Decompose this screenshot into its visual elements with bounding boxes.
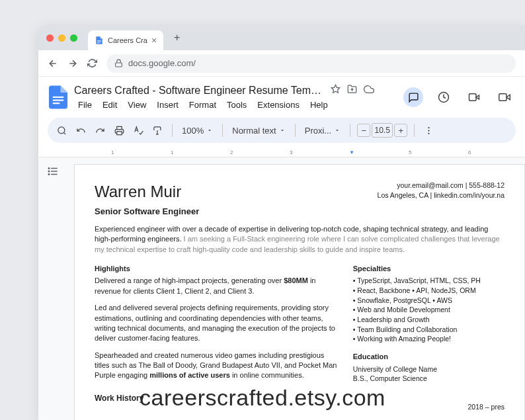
highlight-2: Led and delivered several projects defin… xyxy=(95,303,337,344)
svg-point-15 xyxy=(428,132,430,134)
svg-rect-1 xyxy=(97,42,101,42)
specialty-item: • Working with Amazing People! xyxy=(353,334,505,344)
svg-rect-3 xyxy=(116,63,122,67)
svg-rect-4 xyxy=(53,97,63,98)
menu-edit[interactable]: Edit xyxy=(99,99,121,111)
lock-icon xyxy=(114,59,123,67)
cloud-status-icon[interactable] xyxy=(364,84,374,97)
spellcheck-button[interactable] xyxy=(131,123,146,138)
education-heading: Education xyxy=(353,352,505,362)
svg-point-19 xyxy=(48,168,50,169)
outline-toggle-icon[interactable] xyxy=(47,168,59,179)
forward-button[interactable] xyxy=(67,58,78,69)
star-icon[interactable] xyxy=(331,84,341,97)
maximize-window-button[interactable] xyxy=(70,34,77,42)
menu-view[interactable]: View xyxy=(124,99,150,111)
menu-tools[interactable]: Tools xyxy=(223,99,251,111)
svg-point-11 xyxy=(58,126,65,133)
url-text: docs.google.com/ xyxy=(128,58,196,68)
menu-help[interactable]: Help xyxy=(306,99,332,111)
resume-summary: Experienced engineer with over a decade … xyxy=(95,224,505,255)
minimize-window-button[interactable] xyxy=(58,34,65,42)
highlights-heading: Highlights xyxy=(95,264,337,274)
work-date: 2018 – pres xyxy=(353,402,505,412)
svg-rect-12 xyxy=(117,131,122,134)
new-tab-button[interactable]: + xyxy=(169,32,185,44)
specialty-item: • Web and Mobile Development xyxy=(353,305,505,315)
reload-button[interactable] xyxy=(87,58,97,68)
tab-bar: Careers Cra × + xyxy=(38,25,525,50)
menu-format[interactable]: Format xyxy=(185,99,220,111)
svg-rect-6 xyxy=(53,103,60,104)
svg-point-21 xyxy=(48,174,50,175)
svg-point-20 xyxy=(48,171,50,172)
address-bar[interactable]: docs.google.com/ xyxy=(106,54,516,73)
highlight-3: Spearheaded and created numerous video g… xyxy=(95,351,337,381)
font-size-group: − 10.5 + xyxy=(357,123,407,138)
resume-name: Warren Muir xyxy=(95,181,181,203)
comment-history-button[interactable] xyxy=(403,87,423,107)
url-bar-row: docs.google.com/ xyxy=(38,50,525,77)
horizontal-ruler[interactable]: 1 1 2 3 ▼ 5 6 xyxy=(38,148,525,157)
specialty-item: • Leadership and Growth xyxy=(353,315,505,325)
edu-degree: B.S., Computer Science xyxy=(353,374,505,384)
menu-insert[interactable]: Insert xyxy=(153,99,182,111)
paint-format-button[interactable] xyxy=(150,123,165,138)
document-page[interactable]: Warren Muir your.email@mail.com | 555-88… xyxy=(74,164,525,420)
back-button[interactable] xyxy=(48,58,58,69)
close-window-button[interactable] xyxy=(46,34,54,42)
svg-rect-2 xyxy=(97,43,100,44)
browser-tab[interactable]: Careers Cra × xyxy=(88,30,163,50)
menu-bar: File Edit View Insert Format Tools Exten… xyxy=(74,99,397,111)
specialty-item: • Team Building and Collaboration xyxy=(353,325,505,335)
browser-window: Careers Cra × + docs.google.com/ Careers… xyxy=(38,25,525,420)
specialty-item: • Snowflake, PostgreSQL • AWS xyxy=(353,296,505,306)
svg-rect-10 xyxy=(499,94,506,101)
specialties-heading: Specialties xyxy=(353,264,505,274)
move-icon[interactable] xyxy=(347,84,357,97)
menu-extensions[interactable]: Extensions xyxy=(253,99,303,111)
meet-button[interactable] xyxy=(464,87,484,107)
history-button[interactable] xyxy=(434,87,454,107)
header-actions xyxy=(403,87,514,107)
edu-school: University of College Name xyxy=(353,364,505,374)
highlight-1: Delivered a range of high-impact project… xyxy=(95,276,337,296)
zoom-dropdown[interactable]: 100% xyxy=(179,126,216,136)
window-controls xyxy=(46,34,77,42)
redo-button[interactable] xyxy=(93,123,108,138)
docs-favicon-icon xyxy=(95,36,104,45)
tab-title: Careers Cra xyxy=(108,36,147,44)
google-docs-logo-icon[interactable] xyxy=(49,85,67,109)
search-menus-button[interactable] xyxy=(54,123,69,138)
font-size-input[interactable]: 10.5 xyxy=(372,123,393,138)
svg-point-13 xyxy=(428,127,430,128)
toolbar: 100% Normal text Proxi... − 10.5 + xyxy=(48,118,516,143)
outline-sidebar xyxy=(38,157,67,420)
svg-point-14 xyxy=(428,130,430,131)
svg-rect-5 xyxy=(53,100,63,101)
svg-rect-9 xyxy=(469,94,477,101)
font-dropdown[interactable]: Proxi... xyxy=(302,126,343,136)
document-title[interactable]: Careers Crafted - Software Engineer Resu… xyxy=(74,85,325,97)
specialty-item: • TypeScript, JavaScript, HTML, CSS, PH xyxy=(353,276,505,286)
svg-marker-7 xyxy=(331,85,340,93)
undo-button[interactable] xyxy=(73,123,89,138)
specialty-item: • React, Backbone • API, NodeJS, ORM xyxy=(353,286,505,296)
paragraph-style-dropdown[interactable]: Normal text xyxy=(229,126,288,136)
docs-header: Careers Crafted - Software Engineer Resu… xyxy=(38,77,525,118)
svg-rect-0 xyxy=(97,40,101,41)
print-button[interactable] xyxy=(112,123,127,138)
decrease-font-button[interactable]: − xyxy=(357,124,370,137)
contact-info: your.email@mail.com | 555-888-12 Los Ang… xyxy=(378,181,505,200)
close-tab-icon[interactable]: × xyxy=(151,35,157,46)
increase-font-button[interactable]: + xyxy=(394,124,407,137)
more-tools-button[interactable] xyxy=(421,123,436,138)
menu-file[interactable]: File xyxy=(74,99,96,111)
work-history-heading: Work History xyxy=(95,393,337,404)
resume-job-title: Senior Software Engineer xyxy=(95,206,505,218)
video-call-button[interactable] xyxy=(495,87,514,107)
document-area: Warren Muir your.email@mail.com | 555-88… xyxy=(38,157,525,420)
